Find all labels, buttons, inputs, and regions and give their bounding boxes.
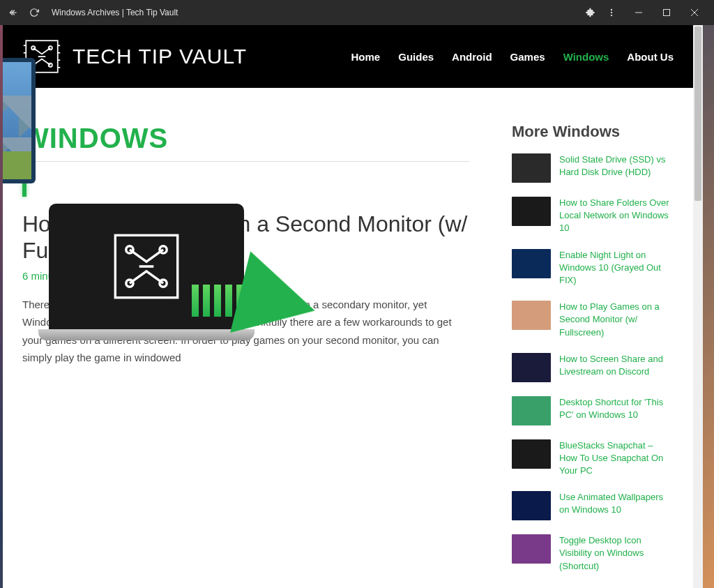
main-column: WINDOWS bbox=[22, 123, 470, 587]
maximize-button[interactable] bbox=[653, 0, 681, 25]
title-divider bbox=[22, 161, 470, 162]
nav-games[interactable]: Games bbox=[510, 51, 545, 63]
page-title: WINDOWS bbox=[22, 123, 470, 154]
sidebar-item[interactable]: How to Play Games on a Second Monitor (w… bbox=[512, 301, 674, 339]
sidebar-item[interactable]: BlueStacks Snapchat – How To Use Snapcha… bbox=[512, 439, 674, 478]
sidebar-item[interactable]: How to Screen Share and Livestream on Di… bbox=[512, 353, 674, 382]
sidebar-thumb bbox=[512, 249, 551, 278]
svg-point-1 bbox=[611, 9, 612, 10]
scrollbar-thumb[interactable] bbox=[694, 27, 701, 201]
extensions-icon[interactable] bbox=[583, 5, 598, 20]
sidebar-thumb bbox=[512, 491, 551, 520]
svg-point-3 bbox=[611, 15, 612, 16]
page-viewport: TECH TIP VAULT Home Guides Android Games… bbox=[3, 25, 703, 588]
sidebar-link-text: How to Share Folders Over Local Network … bbox=[559, 197, 674, 235]
nav-windows[interactable]: Windows bbox=[563, 51, 609, 63]
sidebar-heading: More Windows bbox=[512, 123, 674, 141]
sidebar-link-text: Use Animated Wallpapers on Windows 10 bbox=[559, 491, 674, 520]
sidebar-item[interactable]: Desktop Shortcut for 'This PC' on Window… bbox=[512, 396, 674, 425]
nav-android[interactable]: Android bbox=[452, 51, 492, 63]
sidebar-item[interactable]: How to Share Folders Over Local Network … bbox=[512, 197, 674, 235]
sidebar-thumb bbox=[512, 396, 551, 425]
sidebar-item[interactable]: Toggle Desktop Icon Visibility on Window… bbox=[512, 534, 674, 573]
minimize-button[interactable] bbox=[625, 0, 653, 25]
svg-point-2 bbox=[611, 12, 612, 13]
sidebar-link-text: Desktop Shortcut for 'This PC' on Window… bbox=[559, 396, 674, 425]
site-name: TECH TIP VAULT bbox=[73, 45, 247, 68]
sidebar-thumb bbox=[512, 439, 551, 469]
sidebar-thumb bbox=[512, 534, 551, 564]
sidebar-thumb bbox=[512, 353, 551, 382]
sidebar-link-text: How to Play Games on a Second Monitor (w… bbox=[559, 301, 674, 339]
sidebar-item[interactable]: Solid State Drive (SSD) vs Hard Disk Dri… bbox=[512, 153, 674, 183]
menu-icon[interactable] bbox=[604, 5, 619, 20]
sidebar-item[interactable]: Use Animated Wallpapers on Windows 10 bbox=[512, 491, 674, 520]
hero-monitor-graphic: TECH TIP VAULT bbox=[22, 181, 26, 197]
refresh-button[interactable] bbox=[26, 5, 42, 20]
sidebar-link-text: BlueStacks Snapchat – How To Use Snapcha… bbox=[559, 439, 674, 478]
sidebar-link-text: Enable Night Light on Windows 10 (Grayed… bbox=[559, 249, 674, 287]
sidebar-link-text: How to Screen Share and Livestream on Di… bbox=[559, 353, 674, 382]
close-button[interactable] bbox=[681, 0, 708, 25]
site-logo[interactable]: TECH TIP VAULT bbox=[22, 37, 247, 76]
sidebar-item[interactable]: Enable Night Light on Windows 10 (Grayed… bbox=[512, 249, 674, 287]
sidebar-link-text: Toggle Desktop Icon Visibility on Window… bbox=[559, 534, 674, 573]
sidebar-thumb bbox=[512, 197, 551, 226]
back-button[interactable] bbox=[6, 5, 21, 20]
sidebar-thumb bbox=[512, 153, 551, 183]
browser-title-bar: Windows Archives | Tech Tip Vault bbox=[0, 0, 714, 25]
svg-rect-5 bbox=[664, 10, 670, 16]
scrollbar-track[interactable] bbox=[693, 25, 703, 588]
site-header: TECH TIP VAULT Home Guides Android Games… bbox=[3, 25, 693, 88]
nav-about[interactable]: About Us bbox=[627, 51, 674, 63]
sidebar: More Windows Solid State Drive (SSD) vs … bbox=[512, 123, 674, 587]
sidebar-thumb bbox=[512, 301, 551, 330]
nav-guides[interactable]: Guides bbox=[398, 51, 434, 63]
post-hero-image[interactable]: TECH TIP VAULT bbox=[22, 181, 26, 197]
nav-home[interactable]: Home bbox=[351, 51, 381, 63]
sidebar-link-text: Solid State Drive (SSD) vs Hard Disk Dri… bbox=[559, 153, 674, 183]
main-nav: Home Guides Android Games Windows About … bbox=[351, 51, 674, 63]
browser-tab-title: Windows Archives | Tech Tip Vault bbox=[52, 8, 577, 17]
